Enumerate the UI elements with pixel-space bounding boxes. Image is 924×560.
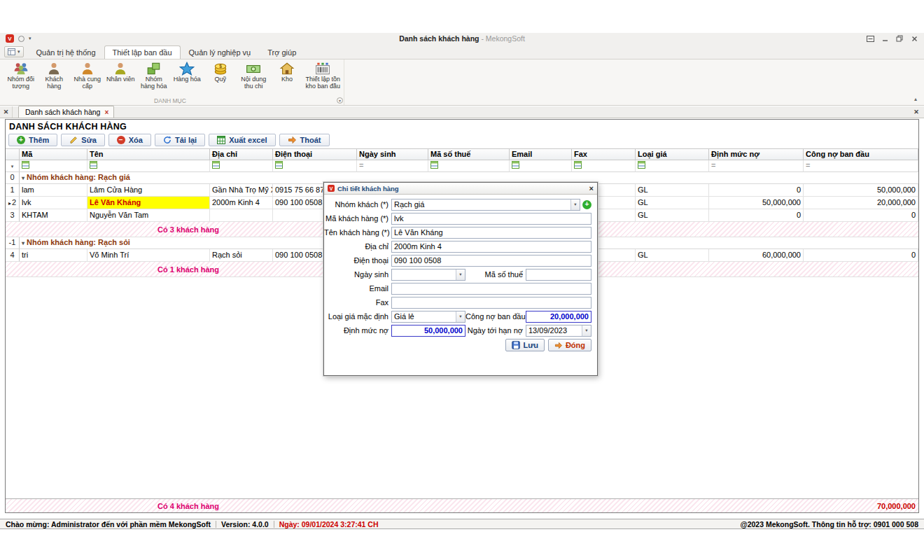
due-date-combobox[interactable]: 13/09/2023 ▾ [526, 325, 592, 337]
group-expand-icon[interactable]: ▾ [22, 175, 24, 181]
ribbon-tab-operations[interactable]: Quản lý nghiệp vụ [181, 46, 260, 59]
ribbon-item-initial-stock[interactable]: Thiết lập tồn kho ban đầu [304, 61, 342, 90]
add-button[interactable]: + Thêm [8, 134, 57, 146]
table-cell: GL [636, 209, 709, 222]
ribbon-tab-initial-setup[interactable]: Thiết lập ban đầu [104, 46, 181, 59]
table-cell: Lâm Cửa Hàng [88, 184, 210, 197]
ribbon-item-customers[interactable]: Khách hàng [38, 61, 71, 90]
filter-cell[interactable] [572, 160, 636, 172]
exit-arrow-icon [288, 136, 297, 144]
table-cell: GL [636, 197, 709, 209]
close-tab-icon[interactable]: ✕ [910, 106, 923, 118]
ribbon-item-customer-groups[interactable]: Nhóm đối tượng [4, 61, 38, 90]
export-excel-button[interactable]: Xuất excel [209, 134, 275, 146]
exit-button[interactable]: Thoát [279, 134, 330, 146]
add-group-icon[interactable]: + [582, 200, 592, 209]
column-header[interactable]: Công nợ ban đầu [804, 148, 918, 160]
tax-code-field[interactable] [526, 269, 592, 281]
reload-button[interactable]: Tải lại [155, 134, 205, 146]
price-type-combobox[interactable]: Giá lẻ ▾ [391, 311, 465, 323]
address-field[interactable] [391, 241, 592, 253]
filter-cell[interactable] [20, 160, 88, 172]
chevron-down-icon[interactable]: ▾ [456, 312, 465, 322]
fullscreen-icon[interactable] [866, 34, 874, 43]
grid-filter-row: ▾ = = = [6, 160, 918, 172]
application-menu-button[interactable]: ▾ [4, 46, 24, 57]
ribbon-item-suppliers[interactable]: Nhà cung cấp [71, 61, 104, 90]
save-button[interactable]: Lưu [505, 339, 544, 351]
dialog-title-bar[interactable]: V Chi tiết khách hàng × [324, 183, 597, 195]
column-header[interactable]: Mã [20, 148, 88, 160]
opening-debt-field[interactable] [526, 311, 592, 323]
filter-cell[interactable] [210, 160, 273, 172]
table-cell: tri [20, 249, 88, 262]
field-label: Loại giá mặc định [324, 312, 391, 321]
email-field[interactable] [391, 283, 592, 295]
ribbon-item-products[interactable]: Hàng hóa [171, 61, 204, 84]
filter-cell[interactable]: = [804, 160, 918, 172]
plus-icon: + [17, 136, 25, 144]
column-header[interactable]: Điện thoại [273, 148, 357, 160]
filter-cell[interactable] [428, 160, 510, 172]
chevron-down-icon[interactable]: ▾ [582, 326, 591, 336]
group-dialog-launcher-icon[interactable]: ▾ [337, 97, 343, 104]
phone-field[interactable] [391, 255, 592, 267]
ribbon-item-employees[interactable]: Nhân viên [104, 61, 138, 84]
column-header[interactable]: Tên [88, 148, 210, 160]
ribbon-tab-system[interactable]: Quản trị hệ thống [28, 46, 104, 59]
filter-cell[interactable] [88, 160, 210, 172]
table-cell: Rạch sỏi [210, 249, 273, 262]
column-header[interactable]: Địa chỉ [210, 148, 273, 160]
filter-icon [430, 161, 438, 169]
tab-close-icon[interactable]: × [104, 108, 108, 116]
ribbon-tab-help[interactable]: Trợ giúp [259, 46, 304, 59]
field-label: Ngày sinh [324, 270, 391, 279]
filter-cell[interactable] [636, 160, 709, 172]
chevron-down-icon[interactable]: ▾ [570, 200, 580, 210]
version-text: Version: 4.0.0 [221, 520, 269, 528]
column-header[interactable]: Loại giá [636, 148, 709, 160]
column-header[interactable]: Mã số thuế [428, 148, 510, 160]
svg-text:$: $ [219, 64, 222, 69]
filter-cell[interactable]: = [357, 160, 428, 172]
minimize-icon[interactable] [881, 34, 889, 43]
column-header[interactable]: Ngày sinh [357, 148, 428, 160]
header-indicator [6, 148, 20, 160]
column-header[interactable]: Email [510, 148, 572, 160]
customer-group-combobox[interactable]: Rạch giá ▾ [391, 199, 580, 211]
filter-cell[interactable]: = [709, 160, 804, 172]
table-cell: Gần Nhà Trọ Mỹ X... [210, 184, 273, 197]
delete-button[interactable]: − Xóa [108, 134, 151, 146]
ribbon-item-funds[interactable]: $ Quỹ [204, 61, 237, 84]
page-title: DANH SÁCH KHÁCH HÀNG [6, 120, 918, 132]
separator [274, 521, 274, 528]
filter-cell[interactable] [510, 160, 572, 172]
ribbon-tab-bar: ▾ Quản trị hệ thống Thiết lập ban đầu Qu… [0, 45, 924, 59]
filter-cell[interactable] [273, 160, 357, 172]
customer-code-field[interactable] [391, 213, 592, 225]
edit-button[interactable]: Sửa [61, 134, 104, 146]
customer-name-field[interactable] [391, 227, 592, 239]
column-header[interactable]: Định mức nợ [709, 148, 804, 160]
column-header[interactable]: Fax [572, 148, 636, 160]
excel-icon [217, 136, 225, 144]
birthdate-combobox[interactable]: ▾ [391, 269, 465, 281]
restore-icon[interactable] [895, 34, 904, 43]
ribbon-item-income-expense[interactable]: Nội dung thu chi [237, 61, 271, 90]
close-all-tabs-icon[interactable]: ✕ [0, 106, 13, 118]
close-button[interactable]: Đóng [548, 339, 592, 351]
group-expand-icon[interactable]: ▾ [22, 240, 24, 246]
document-tab-customers[interactable]: Danh sách khách hàng × [18, 106, 114, 118]
dialog-close-icon[interactable]: × [589, 184, 594, 192]
ribbon-item-warehouse[interactable]: Kho [270, 61, 304, 84]
group-count-label: Có 1 khách hàng [20, 265, 357, 274]
save-icon [512, 341, 520, 349]
close-icon[interactable] [910, 34, 918, 43]
ribbon-item-product-groups[interactable]: Nhóm hàng hóa [137, 61, 171, 90]
debt-limit-field[interactable] [391, 325, 465, 337]
filter-indicator-icon: ▾ [6, 160, 20, 172]
row-indicator: 3 [6, 209, 20, 222]
ribbon-collapse-icon[interactable]: ▴ [914, 96, 917, 102]
fax-field[interactable] [391, 297, 592, 309]
chevron-down-icon[interactable]: ▾ [456, 270, 465, 280]
